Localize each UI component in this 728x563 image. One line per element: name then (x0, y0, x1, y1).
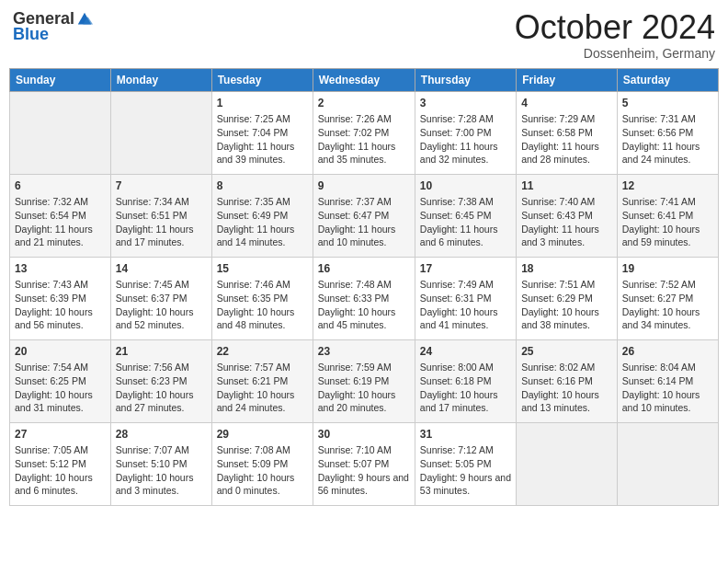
day-number: 26 (622, 344, 713, 360)
logo-blue: Blue (13, 25, 49, 44)
day-number: 20 (15, 344, 106, 360)
cell-content: Sunset: 7:02 PM (318, 126, 410, 140)
calendar-cell: 16Sunrise: 7:48 AMSunset: 6:33 PMDayligh… (313, 257, 415, 339)
weekday-header-row: SundayMondayTuesdayWednesdayThursdayFrid… (10, 68, 719, 91)
calendar-cell: 5Sunrise: 7:31 AMSunset: 6:56 PMDaylight… (617, 91, 718, 174)
cell-content: Sunset: 5:07 PM (318, 457, 410, 471)
cell-content: Sunrise: 7:48 AM (318, 278, 410, 292)
day-number: 24 (420, 344, 511, 360)
cell-content: Daylight: 10 hours and 56 minutes. (15, 305, 106, 332)
cell-content: Sunset: 6:33 PM (318, 292, 410, 305)
cell-content: Daylight: 11 hours and 10 minutes. (318, 223, 410, 249)
cell-content: Sunset: 6:25 PM (15, 374, 106, 388)
cell-content: Sunrise: 7:34 AM (116, 195, 207, 209)
cell-content: Sunrise: 7:07 AM (116, 443, 207, 457)
day-number: 7 (116, 178, 207, 194)
day-number: 13 (15, 261, 106, 277)
calendar-cell: 28Sunrise: 7:07 AMSunset: 5:10 PMDayligh… (110, 422, 211, 505)
cell-content: Daylight: 11 hours and 14 minutes. (217, 223, 308, 249)
cell-content: Sunrise: 7:31 AM (622, 112, 713, 126)
cell-content: Sunrise: 7:10 AM (318, 443, 410, 457)
cell-content: Sunset: 6:31 PM (420, 292, 511, 305)
cell-content: Daylight: 10 hours and 6 minutes. (15, 471, 106, 498)
day-number: 21 (116, 344, 207, 360)
day-number: 14 (116, 261, 207, 277)
cell-content: Daylight: 9 hours and 56 minutes. (318, 471, 410, 498)
cell-content: Sunset: 6:45 PM (420, 209, 511, 223)
calendar-cell: 20Sunrise: 7:54 AMSunset: 6:25 PMDayligh… (10, 339, 111, 422)
day-number: 29 (217, 427, 308, 442)
day-number: 5 (622, 96, 713, 111)
cell-content: Sunset: 6:43 PM (521, 209, 612, 223)
day-number: 15 (217, 261, 308, 277)
logo: General Blue (13, 9, 93, 44)
calendar-cell: 17Sunrise: 7:49 AMSunset: 6:31 PMDayligh… (415, 257, 516, 339)
cell-content: Sunrise: 7:41 AM (622, 195, 713, 209)
cell-content: Sunrise: 7:25 AM (217, 112, 308, 126)
cell-content: Daylight: 10 hours and 45 minutes. (318, 305, 410, 332)
cell-content: Sunrise: 7:38 AM (420, 195, 511, 209)
cell-content: Daylight: 11 hours and 17 minutes. (116, 223, 207, 249)
cell-content: Daylight: 10 hours and 34 minutes. (622, 305, 713, 332)
cell-content: Sunrise: 8:00 AM (420, 361, 511, 374)
cell-content: Daylight: 10 hours and 31 minutes. (15, 388, 106, 415)
cell-content: Sunset: 6:27 PM (622, 292, 713, 305)
cell-content: Daylight: 11 hours and 28 minutes. (521, 140, 612, 167)
calendar-cell: 14Sunrise: 7:45 AMSunset: 6:37 PMDayligh… (110, 257, 211, 339)
cell-content: Daylight: 10 hours and 3 minutes. (116, 471, 207, 498)
cell-content: Daylight: 10 hours and 10 minutes. (622, 388, 713, 415)
calendar-cell: 6Sunrise: 7:32 AMSunset: 6:54 PMDaylight… (10, 174, 111, 257)
day-number: 3 (420, 96, 511, 111)
weekday-header: Tuesday (211, 68, 313, 91)
cell-content: Sunrise: 7:05 AM (15, 443, 106, 457)
cell-content: Sunrise: 7:35 AM (217, 195, 308, 209)
logo-icon (76, 11, 93, 28)
cell-content: Daylight: 10 hours and 20 minutes. (318, 388, 410, 415)
day-number: 30 (318, 427, 410, 442)
month-title: October 2024 (515, 9, 715, 46)
day-number: 23 (318, 344, 410, 360)
calendar-cell: 3Sunrise: 7:28 AMSunset: 7:00 PMDaylight… (415, 91, 516, 174)
cell-content: Sunset: 6:23 PM (116, 374, 207, 388)
calendar-week-row: 6Sunrise: 7:32 AMSunset: 6:54 PMDaylight… (10, 174, 719, 257)
cell-content: Daylight: 11 hours and 6 minutes. (420, 223, 511, 249)
cell-content: Daylight: 10 hours and 17 minutes. (420, 388, 511, 415)
calendar-cell: 9Sunrise: 7:37 AMSunset: 6:47 PMDaylight… (313, 174, 415, 257)
day-number: 28 (116, 427, 207, 442)
day-number: 22 (217, 344, 308, 360)
cell-content: Daylight: 11 hours and 21 minutes. (15, 223, 106, 249)
calendar-cell: 19Sunrise: 7:52 AMSunset: 6:27 PMDayligh… (617, 257, 718, 339)
day-number: 6 (15, 178, 106, 194)
cell-content: Sunset: 6:21 PM (217, 374, 308, 388)
day-number: 17 (420, 261, 511, 277)
calendar-cell: 27Sunrise: 7:05 AMSunset: 5:12 PMDayligh… (10, 422, 111, 505)
cell-content: Sunset: 6:54 PM (15, 209, 106, 223)
location: Dossenheim, Germany (515, 46, 715, 61)
cell-content: Sunset: 6:49 PM (217, 209, 308, 223)
weekday-header: Monday (110, 68, 211, 91)
cell-content: Sunset: 5:09 PM (217, 457, 308, 471)
cell-content: Daylight: 11 hours and 24 minutes. (622, 140, 713, 167)
cell-content: Sunrise: 7:46 AM (217, 278, 308, 292)
cell-content: Sunset: 6:47 PM (318, 209, 410, 223)
cell-content: Sunset: 6:41 PM (622, 209, 713, 223)
cell-content: Daylight: 11 hours and 35 minutes. (318, 140, 410, 167)
cell-content: Sunset: 7:04 PM (217, 126, 308, 140)
day-number: 8 (217, 178, 308, 194)
cell-content: Sunset: 6:37 PM (116, 292, 207, 305)
cell-content: Sunset: 6:16 PM (521, 374, 612, 388)
cell-content: Daylight: 10 hours and 24 minutes. (217, 388, 308, 415)
cell-content: Sunset: 5:05 PM (420, 457, 511, 471)
cell-content: Daylight: 11 hours and 32 minutes. (420, 140, 511, 167)
cell-content: Sunrise: 7:32 AM (15, 195, 106, 209)
calendar-cell: 13Sunrise: 7:43 AMSunset: 6:39 PMDayligh… (10, 257, 111, 339)
calendar-cell: 10Sunrise: 7:38 AMSunset: 6:45 PMDayligh… (415, 174, 516, 257)
day-number: 11 (521, 178, 612, 194)
cell-content: Sunset: 6:35 PM (217, 292, 308, 305)
cell-content: Sunset: 6:39 PM (15, 292, 106, 305)
cell-content: Sunset: 6:19 PM (318, 374, 410, 388)
title-section: October 2024 Dossenheim, Germany (515, 9, 715, 61)
calendar-cell: 30Sunrise: 7:10 AMSunset: 5:07 PMDayligh… (313, 422, 415, 505)
calendar-cell: 23Sunrise: 7:59 AMSunset: 6:19 PMDayligh… (313, 339, 415, 422)
cell-content: Daylight: 10 hours and 13 minutes. (521, 388, 612, 415)
